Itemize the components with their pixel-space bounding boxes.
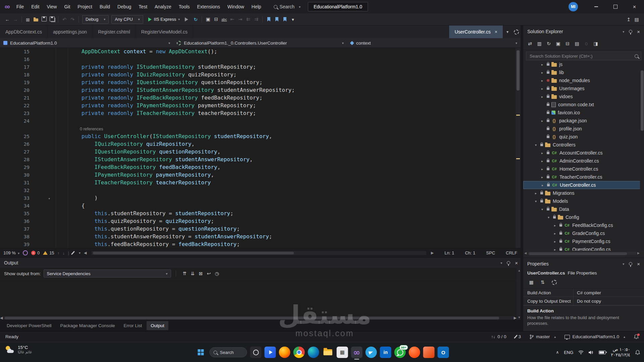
properties-pages-icon[interactable] — [550, 278, 558, 286]
pin-icon[interactable] — [629, 262, 632, 265]
tab-settings-gear-icon[interactable] — [512, 25, 521, 38]
scrollbar-thumb[interactable] — [5, 317, 499, 319]
menu-project[interactable]: Project — [74, 0, 96, 13]
output-source-dropdown[interactable]: Service Dependencies▾ — [44, 269, 171, 278]
visual-studio-icon[interactable]: ∞ — [351, 347, 363, 358]
code-line[interactable]: 16 — [0, 55, 516, 63]
tree-item-package-json[interactable]: ▸{}package.json — [523, 117, 644, 125]
scrollbar-thumb[interactable] — [93, 252, 294, 254]
warning-count[interactable]: 15 — [43, 250, 54, 255]
code-line[interactable]: 30 IPaymentRepository paymentRepository, — [0, 171, 516, 179]
feedback-icon[interactable]: ▤ — [633, 15, 640, 23]
indent-increase-icon[interactable]: ⇉ — [253, 15, 260, 23]
navigate-backward-icon[interactable]: ← — [4, 15, 11, 23]
editor-vertical-scrollbar[interactable] — [516, 48, 521, 248]
split-window-icon[interactable]: ⊟ — [212, 15, 220, 23]
package-manager-icon[interactable]: ▣ — [204, 15, 212, 23]
line-ending-indicator[interactable]: CRLF — [506, 250, 517, 255]
menu-analyze[interactable]: Analyze — [151, 0, 175, 13]
scroll-right-icon[interactable]: ▶ — [637, 251, 640, 255]
chevron-down-icon[interactable]: ▾ — [541, 207, 547, 211]
member-crumb[interactable]: context ▾ — [347, 38, 521, 48]
chevron-down-icon[interactable]: ▾ — [535, 199, 540, 203]
brave-icon[interactable] — [409, 347, 420, 358]
tree-item-favicon-ico[interactable]: favicon.ico — [523, 109, 644, 117]
tree-item-config[interactable]: ▾Config — [523, 213, 644, 221]
chevron-right-icon[interactable]: ▸ — [554, 224, 559, 227]
notifications-bell[interactable] — [634, 334, 639, 339]
titlebar-search[interactable]: Search ▾ — [271, 3, 303, 11]
code-line[interactable]: 38 this.studentAnswerRepository = studen… — [0, 233, 516, 240]
open-folder-icon[interactable] — [32, 16, 40, 24]
panel-tab-developer-powershell[interactable]: Developer PowerShell — [3, 321, 56, 330]
chevron-right-icon[interactable]: ▸ — [554, 240, 559, 243]
chevron-down-icon[interactable]: ▾ — [548, 216, 553, 219]
fold-chevron-icon[interactable]: ▾ — [48, 196, 56, 201]
menu-debug[interactable]: Debug — [114, 0, 135, 13]
telegram-icon[interactable] — [366, 347, 377, 358]
save-icon[interactable] — [40, 15, 48, 23]
tab-register-cshtml[interactable]: Register.cshtml — [93, 25, 136, 38]
chevron-right-icon[interactable]: ▸ — [535, 191, 540, 195]
next-message-icon[interactable]: ⇊ — [189, 269, 197, 278]
code-editor[interactable]: 15 AppDbContext context = new AppDbConte… — [0, 48, 516, 248]
scroll-left-icon[interactable]: ◀ — [84, 251, 87, 255]
code-line[interactable]: 39 this.feedBackRepository = feedBackRep… — [0, 240, 516, 248]
previous-issue-icon[interactable]: ↑ — [58, 251, 60, 255]
code-line[interactable]: 18 private readonly IQuizRepository quiz… — [0, 71, 516, 78]
tree-item-teachercontroller-cs[interactable]: ▸C#TeacherController.cs — [523, 173, 644, 181]
close-icon[interactable]: × — [515, 260, 518, 266]
whatsapp-icon[interactable]: 99+ — [394, 347, 406, 358]
tree-item-homecontroller-cs[interactable]: ▸C#HomeController.cs — [523, 165, 644, 173]
next-issue-icon[interactable]: ↓ — [63, 251, 65, 255]
tree-item-admincontroller-cs[interactable]: ▸C#AdminController.cs — [523, 157, 644, 165]
tab-close-icon[interactable]: × — [495, 29, 497, 35]
panel-tab-output[interactable]: Output — [147, 321, 168, 330]
toolbar-overflow-icon[interactable]: ▾ — [289, 15, 297, 23]
nest-icon[interactable]: ▣ — [554, 40, 562, 48]
switch-views-icon[interactable]: ⇄ — [526, 40, 534, 48]
code-line[interactable]: 22 private readonly IPaymentRepository p… — [0, 102, 516, 109]
code-line[interactable]: 21 private readonly IFeedBackRepository … — [0, 94, 516, 102]
tree-item-data[interactable]: ▾Data — [523, 205, 644, 213]
chevron-right-icon[interactable]: ▸ — [541, 95, 547, 99]
taskbar-search[interactable]: Search — [210, 347, 247, 357]
chevron-down-icon[interactable]: ▾ — [500, 261, 502, 265]
chevron-right-icon[interactable]: ▸ — [541, 119, 547, 123]
navigate-forward-code-icon[interactable]: ⇥ — [236, 15, 244, 23]
save-all-icon[interactable] — [48, 15, 56, 23]
tree-item-feedbackconfig-cs[interactable]: ▸C#FeedBackConfig.cs — [523, 221, 644, 229]
codelens-row[interactable]: 0 references — [0, 125, 516, 132]
redo-icon[interactable]: ↷ — [69, 15, 76, 23]
properties-icon[interactable]: ◌ — [583, 40, 590, 48]
tree-item-node-modules[interactable]: ▸node_modules — [523, 76, 644, 84]
scroll-left-icon[interactable]: ◀ — [524, 251, 527, 255]
tree-vertical-scrollbar[interactable] — [640, 60, 644, 251]
menu-tools[interactable]: Tools — [175, 0, 194, 13]
menu-test[interactable]: Test — [135, 0, 151, 13]
scroll-right-icon[interactable]: ▶ — [514, 316, 517, 320]
chevron-right-icon[interactable]: ▸ — [541, 175, 547, 179]
pin-icon[interactable] — [629, 30, 632, 33]
tab-appsettings-json[interactable]: appsettings.json — [48, 25, 93, 38]
tab-appdbcontext-cs[interactable]: AppDbContext.cs — [0, 25, 48, 38]
code-line[interactable]: 34 { — [0, 202, 516, 209]
column-indicator[interactable]: Ch: 1 — [465, 250, 475, 255]
show-timestamp-icon[interactable]: ◷ — [213, 269, 221, 278]
code-line[interactable]: 36 this.quizRepository = quizRepository; — [0, 217, 516, 225]
menu-extensions[interactable]: Extensions — [194, 0, 224, 13]
user-avatar[interactable]: MI — [569, 2, 578, 11]
tree-item-js[interactable]: ▸js — [523, 60, 644, 68]
properties-alphabetical-icon[interactable]: ⇅ — [539, 278, 546, 286]
property-row-copy-to-output-direct[interactable]: Copy to Output DirectDo not copy — [523, 297, 644, 305]
tree-item-usercontroller-cs[interactable]: ▸C#UserController.cs — [523, 181, 644, 189]
office-icon[interactable] — [423, 347, 435, 358]
collapse-all-icon[interactable]: ⊟ — [564, 40, 571, 48]
solution-search-box[interactable] — [526, 52, 641, 60]
code-line[interactable]: 25 public UserController(IStudentReposit… — [0, 132, 516, 140]
firefox-icon[interactable] — [279, 347, 290, 358]
codelens-references[interactable]: 0 references — [80, 127, 103, 131]
code-line[interactable]: 17 private readonly IStudentRepository s… — [0, 63, 516, 71]
tree-item-userimages[interactable]: ▸UserImages — [523, 84, 644, 93]
chevron-right-icon[interactable]: ▸ — [554, 248, 559, 251]
